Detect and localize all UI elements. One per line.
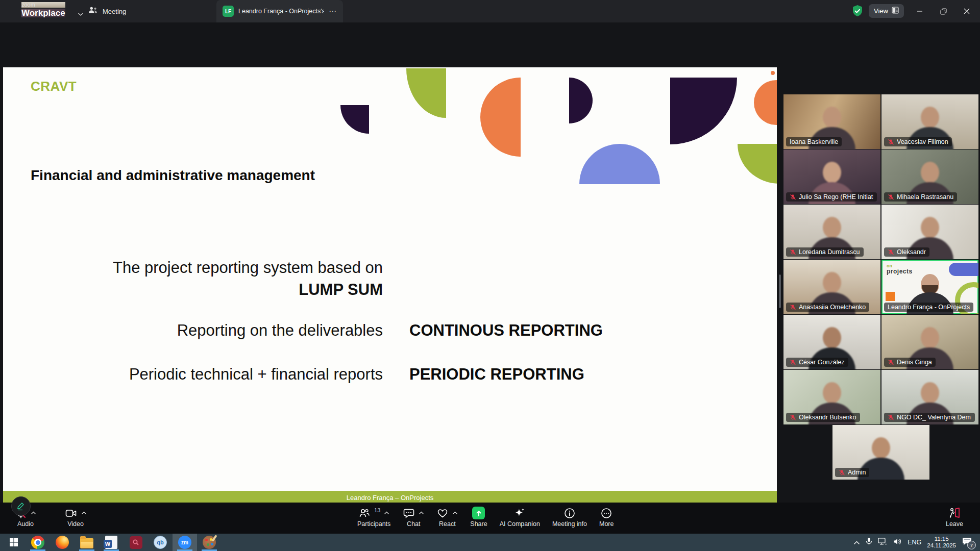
participant-tile[interactable]: César González: [783, 315, 880, 369]
slide-row2-value: PERIODIC REPORTING: [409, 365, 584, 384]
tray-mic-icon[interactable]: [866, 537, 872, 548]
muted-mic-icon: [790, 194, 796, 201]
slide-footer-caption: Leandro França – OnProjects: [347, 494, 434, 502]
taskbar-chrome[interactable]: [26, 534, 50, 551]
ai-companion-label: AI Companion: [500, 520, 540, 528]
tray-network-icon[interactable]: [878, 538, 887, 547]
annotate-pencil-button[interactable]: [11, 496, 31, 516]
participant-tile[interactable]: Oleksandr: [881, 205, 978, 259]
participant-tile[interactable]: Ioana Baskerville: [783, 94, 880, 149]
taskbar-red-app[interactable]: [124, 534, 148, 551]
decor-half-orange: [480, 78, 521, 157]
view-layout-icon: [892, 7, 899, 16]
share-label: Share: [470, 520, 487, 528]
muted-mic-icon: [790, 304, 796, 311]
tray-clock[interactable]: 11:15 24.11.2025: [927, 536, 956, 549]
participants-scrollbar[interactable]: [779, 274, 781, 308]
participant-tile[interactable]: Mihaela Rastrasanu: [881, 149, 978, 204]
taskbar-qbittorrent[interactable]: qb: [148, 534, 173, 551]
video-button[interactable]: Video: [57, 503, 94, 534]
participant-tile[interactable]: Veaceslav Filimon: [881, 94, 978, 149]
participant-tile[interactable]: Denis Ginga: [881, 315, 978, 369]
maximize-button[interactable]: [933, 0, 953, 22]
tray-date: 24.11.2025: [927, 542, 956, 548]
participant-name-label: César González: [786, 358, 848, 367]
taskbar-firefox[interactable]: [50, 534, 75, 551]
participant-name-label: Oleksandr Butsenko: [786, 413, 860, 422]
start-button[interactable]: [4, 534, 23, 551]
share-button[interactable]: Share: [470, 503, 487, 534]
tab-meeting[interactable]: Meeting: [82, 0, 132, 22]
participant-tile[interactable]: Loredana Dumitrascu: [783, 205, 880, 259]
video-label: Video: [67, 520, 84, 528]
taskbar-paint[interactable]: [197, 534, 222, 551]
muted-mic-icon: [888, 414, 894, 421]
tray-language[interactable]: ENG: [908, 539, 921, 546]
participant-tile[interactable]: Admin: [832, 425, 929, 480]
more-button[interactable]: More: [599, 503, 614, 534]
close-button[interactable]: [957, 0, 977, 22]
participant-grid: Ioana BaskervilleVeaceslav FilimonJulio …: [783, 94, 979, 480]
participant-name-label: Admin: [835, 468, 869, 477]
decor-circle-orange: [754, 80, 777, 125]
participants-caret-icon[interactable]: [384, 511, 389, 515]
react-button[interactable]: React: [436, 503, 458, 534]
muted-mic-icon: [790, 359, 796, 366]
participant-tile[interactable]: Oleksandr Butsenko: [783, 370, 880, 424]
chat-label: Chat: [407, 520, 420, 528]
zoom-workplace-window: zoom Workplace Meeting LF Leandro França…: [0, 0, 980, 551]
window-controls: View: [845, 0, 980, 22]
slide-intro: The project reporting system based on LU…: [3, 257, 383, 300]
participant-name-label: Mihaela Rastrasanu: [884, 192, 957, 202]
leave-door-icon: [948, 507, 961, 519]
participant-name-label: Anastasiia Omelchenko: [786, 303, 869, 312]
participants-count: 13: [374, 507, 380, 513]
video-caret-icon[interactable]: [81, 511, 87, 515]
meeting-info-button[interactable]: Meeting info: [552, 503, 587, 534]
slide-row1-value: CONTINOUS REPORTING: [409, 321, 603, 340]
tab-shared-screen[interactable]: LF Leandro França - OnProjects's scr ⋯: [216, 0, 343, 22]
tray-volume-icon[interactable]: [893, 538, 902, 547]
tab-shared-screen-label: Leandro França - OnProjects's scr: [238, 8, 324, 15]
chrome-icon: [31, 536, 44, 549]
pencil-icon: [16, 502, 26, 511]
view-label: View: [874, 7, 888, 15]
participant-tile[interactable]: Julio Sa Rego (RHE Initiativ...: [783, 149, 880, 204]
slide-row2-label: Periodic technical + financial reports: [3, 365, 383, 384]
intro-emphasis: LUMP SUM: [299, 281, 383, 298]
brand-workplace: Workplace: [21, 9, 65, 17]
ai-sparkle-icon: [513, 507, 526, 520]
participant-tile[interactable]: onprojectsLeandro França - OnProjects: [881, 260, 978, 314]
participants-button[interactable]: 13 Participants: [357, 503, 390, 534]
heart-icon: [436, 507, 449, 519]
chat-caret-icon[interactable]: [419, 511, 424, 515]
security-shield-icon[interactable]: [851, 5, 864, 20]
muted-mic-icon: [790, 249, 796, 256]
muted-mic-icon: [888, 139, 894, 145]
participants-icon: [358, 507, 371, 519]
ai-companion-button[interactable]: AI Companion: [500, 503, 540, 534]
participant-name-label: Julio Sa Rego (RHE Initiativ...: [786, 192, 877, 202]
chat-button[interactable]: Chat: [403, 503, 424, 534]
camera-icon: [64, 507, 78, 519]
participant-name-label: NGO DC_ Valentyna Demian: [884, 413, 975, 422]
participant-tile[interactable]: NGO DC_ Valentyna Demian: [881, 370, 978, 424]
taskbar-word[interactable]: [99, 534, 124, 551]
slide-heading: Financial and administrative management: [31, 167, 315, 184]
audio-caret-icon[interactable]: [31, 511, 36, 515]
tab-more-icon[interactable]: ⋯: [329, 7, 337, 16]
taskbar-zoom[interactable]: zm: [173, 534, 197, 551]
tray-expand-icon[interactable]: [853, 538, 860, 547]
minimize-button[interactable]: [910, 0, 930, 22]
view-button[interactable]: View: [869, 4, 904, 18]
more-ellipsis-icon: [600, 507, 612, 519]
taskbar-file-explorer[interactable]: [75, 534, 99, 551]
intro-line: The project reporting system based on: [113, 259, 383, 277]
leave-button[interactable]: Leave: [938, 503, 971, 528]
participant-name-label: Oleksandr: [884, 247, 929, 257]
react-label: React: [439, 520, 456, 528]
info-icon: [564, 507, 576, 519]
participant-tile[interactable]: Anastasiia Omelchenko: [783, 260, 880, 314]
tray-notifications[interactable]: 7: [962, 537, 974, 548]
react-caret-icon[interactable]: [452, 511, 458, 515]
